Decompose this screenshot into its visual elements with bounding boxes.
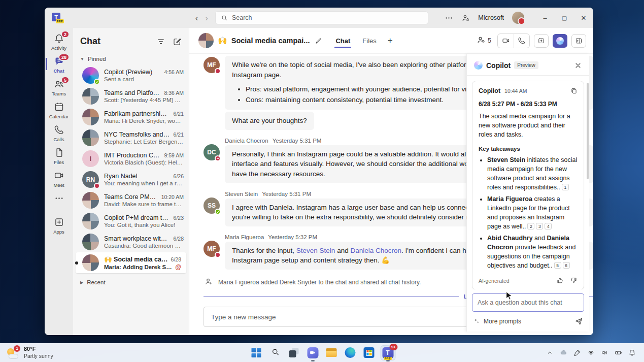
user-avatar[interactable] [512,12,524,24]
taskbar-teams-work-button[interactable]: TPRE 9+ [381,346,395,360]
taskbar-edge-button[interactable] [343,346,357,360]
bell-icon[interactable] [628,349,636,357]
search-placeholder: Search [232,14,252,21]
message-time: Yesterday 5:32 PM [268,234,317,240]
search-icon [270,347,280,358]
mention-link[interactable]: Daniela Chocron [350,247,401,254]
chat-item-preview: Maria: Hi Derek Snyder, would you... [104,118,184,124]
copy-icon[interactable] [570,87,578,94]
wifi-icon[interactable] [587,349,595,357]
filter-icon[interactable] [156,37,165,46]
volume-icon[interactable] [600,349,608,357]
teams-logo: T PRE [52,12,64,23]
share-screen-button[interactable] [534,34,549,48]
rail-item-chat[interactable]: 28 Chat [46,53,72,76]
chat-item-preview: Sent a card [104,76,184,82]
copilot-panel: Copilot Preview Copilot 10:44 AM [466,54,589,332]
thumb-down-icon[interactable] [570,277,578,284]
brand-label: Microsoft [478,14,504,21]
people-icon [477,35,486,46]
start-icon [252,348,261,357]
avatar [82,129,99,146]
chat-item-time: 6/23 [174,215,184,221]
rail-item-label: Calls [53,137,64,142]
send-icon[interactable] [574,317,583,325]
pencil-icon[interactable] [315,37,322,45]
weather-widget[interactable]: 1 80°F Partly sunny [0,346,59,359]
citation-chip[interactable]: 2 [527,223,534,229]
chat-list-item[interactable]: 🙌 Social media camp... 6/28 Maria: Addin… [76,252,186,273]
copilot-scrollbar[interactable] [587,83,589,179]
phone-icon [54,124,64,135]
chat-list-item[interactable]: Fabrikam partnership co... 6/21 Maria: H… [73,107,189,127]
chat-list-item[interactable]: NYC Teamsfolks and Alli... 6/21 Stephani… [73,127,189,148]
chat-list-item[interactable]: Copilot P+M dream team 6/23 You: Got it,… [73,211,189,232]
search-input[interactable]: Search [215,11,428,24]
recent-section-header[interactable]: ▶ Recent [73,273,189,288]
takeaway-item: Steven Stein initiates the social media … [487,156,578,192]
tab-chat[interactable]: Chat [334,29,351,52]
takeaway-item: Maria Figueroa creates a LinkedIn page f… [487,195,578,231]
members-button[interactable]: 5 [477,35,491,46]
battery-icon[interactable] [614,349,622,357]
citation-chip[interactable]: 6 [563,262,570,269]
chat-item-title: Copilot P+M dream team [104,214,171,221]
minimize-button[interactable]: – [535,8,555,28]
rail-item-label: Files [54,159,64,165]
copilot-button[interactable] [553,34,567,48]
rail-item-calendar[interactable]: Calendar [46,98,72,121]
chat-item-time: 6/21 [174,111,184,117]
rail-item-meet[interactable]: Meet [46,167,72,190]
ai-generated-label: AI-generated [479,278,550,284]
chevron-up-icon[interactable] [546,349,554,357]
citation-chip[interactable]: 3 [536,223,543,229]
add-tab-icon[interactable]: + [388,36,393,46]
store-icon [364,347,375,358]
audio-call-button[interactable] [514,34,529,48]
taskbar-file-explorer-button[interactable] [324,346,338,360]
forward-arrow-icon[interactable]: › [205,14,208,22]
person-bell-icon[interactable] [461,14,470,22]
chat-group-avatar[interactable] [198,33,214,48]
pen-icon[interactable] [573,349,581,357]
titlebar-more-icon[interactable] [445,14,453,22]
video-call-button[interactable] [498,34,514,48]
chat-list-item[interactable]: Teams Core PMM te... 10:20 AM David: Mak… [73,190,189,211]
rail-item-activity[interactable]: 2 Activity [46,30,72,53]
weather-temp: 80°F [24,346,53,353]
tab-files[interactable]: Files [361,29,377,52]
close-button[interactable]: ✕ [574,8,593,28]
close-icon[interactable] [574,61,582,70]
rail-item-files[interactable]: Files [46,144,72,167]
taskbar-store-button[interactable] [362,346,376,360]
chat-list-item[interactable]: RN Ryan Nadel 6/26 You: meaning when I g… [73,169,189,190]
chat-list-item[interactable]: Copilot (Preview) 4:56 AM Sent a card [73,65,189,86]
rail-item-more[interactable] [46,190,72,206]
thumb-up-icon[interactable] [556,277,564,284]
copilot-question-input[interactable] [472,293,584,312]
citation-chip[interactable]: 5 [554,262,561,269]
taskbar-search-button[interactable] [268,346,282,360]
chat-main: 🙌 Social media campai... Chat Files + 5 [189,28,593,335]
chat-item-time: 8:36 AM [164,90,184,96]
maximize-button[interactable]: ▢ [555,8,574,28]
open-panel-button[interactable] [571,34,586,48]
rail-item-teams[interactable]: 5 Teams [46,76,72,98]
copilot-message-card: Copilot 10:44 AM 6/28 5:27 PM - 6/28 5:3… [472,81,584,289]
taskbar-task-view-button[interactable] [287,346,301,360]
rail-item-calls[interactable]: Calls [46,121,72,144]
taskbar-teams-chat-button[interactable] [306,346,320,360]
chat-list-item[interactable]: Smart workplace with Te... 6/28 Casandra… [73,232,189,252]
chat-list-item[interactable]: I IMT Production Chat 9:59 AM Victoria B… [73,148,189,169]
citation-chip[interactable]: 1 [562,184,569,190]
pinned-section-header[interactable]: ▼ Pinned [73,52,189,65]
more-prompts-button[interactable]: More prompts [484,318,571,325]
citation-chip[interactable]: 4 [545,223,552,229]
new-chat-icon[interactable] [173,37,182,46]
back-arrow-icon[interactable]: ‹ [195,14,198,22]
chat-list-item[interactable]: Teams and Platform ... 8:36 AM Scott: [Y… [73,86,189,107]
taskbar-start-button[interactable] [249,346,263,360]
onedrive-icon[interactable] [559,349,567,357]
rail-item-apps[interactable]: Apps [46,214,72,237]
mention-link[interactable]: Steven Stein [296,247,335,254]
